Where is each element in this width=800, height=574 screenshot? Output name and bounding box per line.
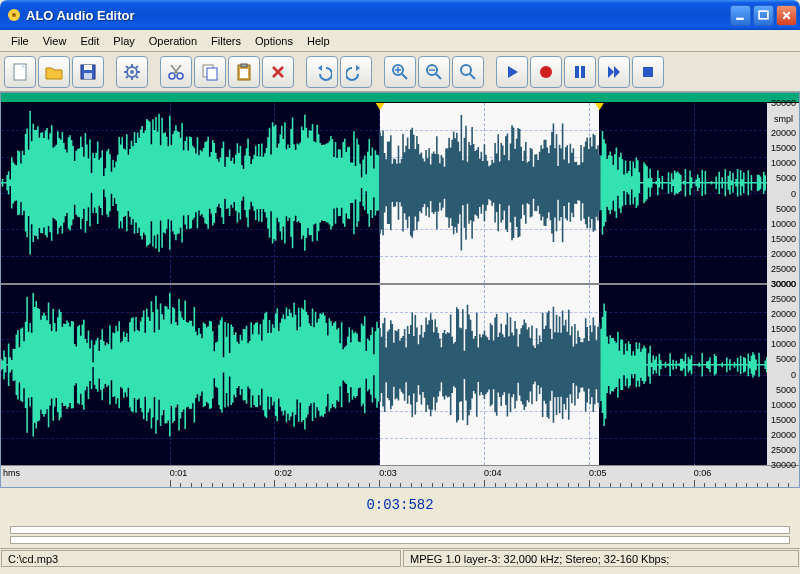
amp-tick: 15000: [771, 324, 796, 334]
zoom-out-button[interactable]: [418, 56, 450, 88]
amplitude-unit-label: smpl: [770, 113, 797, 125]
pause-button[interactable]: [564, 56, 596, 88]
svg-rect-15: [241, 64, 247, 67]
amp-tick: 15000: [771, 143, 796, 153]
zoom-fit-icon: [458, 62, 478, 82]
delete-button[interactable]: [262, 56, 294, 88]
save-button[interactable]: [72, 56, 104, 88]
amp-tick: 15000: [771, 234, 796, 244]
svg-rect-16: [240, 69, 248, 78]
zoom-slider[interactable]: [10, 536, 790, 544]
menu-filters[interactable]: Filters: [204, 33, 248, 49]
fwd-button[interactable]: [598, 56, 630, 88]
menu-view[interactable]: View: [36, 33, 74, 49]
amp-tick: 20000: [771, 128, 796, 138]
zoom-in-icon: [390, 62, 410, 82]
menu-help[interactable]: Help: [300, 33, 337, 49]
cut-button[interactable]: [160, 56, 192, 88]
channel-right[interactable]: [1, 285, 799, 465]
menu-edit[interactable]: Edit: [73, 33, 106, 49]
svg-rect-2: [736, 17, 744, 19]
channels: smpl 30000250002000015000100005000050001…: [1, 103, 799, 465]
slider-area: [0, 522, 800, 548]
menu-file[interactable]: File: [4, 33, 36, 49]
channel-left[interactable]: [1, 103, 799, 285]
zoom-in-button[interactable]: [384, 56, 416, 88]
play-button[interactable]: [496, 56, 528, 88]
save-icon: [78, 62, 98, 82]
amp-tick: 20000: [771, 249, 796, 259]
time-tick: 0:05: [589, 468, 607, 478]
amplitude-axis: 3000025000200001500010000500005000100001…: [767, 103, 799, 465]
record-icon: [536, 62, 556, 82]
redo-button[interactable]: [340, 56, 372, 88]
menu-play[interactable]: Play: [106, 33, 141, 49]
svg-rect-7: [84, 73, 92, 79]
menubar: FileViewEditPlayOperationFiltersOptionsH…: [0, 30, 800, 52]
record-button[interactable]: [530, 56, 562, 88]
position-display: 0:03:582: [0, 488, 800, 522]
settings-button[interactable]: [116, 56, 148, 88]
statusbar: C:\cd.mp3 MPEG 1.0 layer-3: 32,000 kHz; …: [0, 548, 800, 568]
stop-button[interactable]: [632, 56, 664, 88]
amp-tick: 30000: [771, 460, 796, 470]
time-ruler[interactable]: hms 0:010:020:030:040:050:06: [1, 465, 799, 487]
menu-options[interactable]: Options: [248, 33, 300, 49]
scroll-slider[interactable]: [10, 526, 790, 534]
window-title: ALO Audio Editor: [26, 8, 728, 23]
open-button[interactable]: [38, 56, 70, 88]
svg-rect-6: [84, 65, 92, 70]
maximize-button[interactable]: [753, 5, 774, 26]
svg-rect-21: [575, 66, 579, 78]
amp-tick: 25000: [771, 294, 796, 304]
amp-tick: 5000: [776, 385, 796, 395]
amp-tick: 10000: [771, 158, 796, 168]
new-icon: [10, 62, 30, 82]
amp-tick: 25000: [771, 264, 796, 274]
stop-icon: [638, 62, 658, 82]
new-button[interactable]: [4, 56, 36, 88]
amp-tick: 20000: [771, 309, 796, 319]
amp-tick: 5000: [776, 204, 796, 214]
svg-point-9: [130, 70, 134, 74]
svg-rect-3: [759, 11, 768, 19]
svg-rect-23: [643, 67, 653, 77]
zoom-out-icon: [424, 62, 444, 82]
svg-rect-13: [207, 68, 217, 80]
selection-handle-right[interactable]: [595, 103, 605, 110]
paste-icon: [234, 62, 254, 82]
overview-strip[interactable]: [1, 93, 799, 103]
delete-icon: [268, 62, 288, 82]
playhead-position: 0:03:582: [366, 497, 433, 513]
toolbar: [0, 52, 800, 92]
time-tick: 0:01: [170, 468, 188, 478]
open-icon: [44, 62, 64, 82]
amp-tick: 10000: [771, 339, 796, 349]
undo-button[interactable]: [306, 56, 338, 88]
zoom-fit-button[interactable]: [452, 56, 484, 88]
svg-point-20: [540, 66, 552, 78]
paste-button[interactable]: [228, 56, 260, 88]
app-icon: [6, 7, 22, 23]
waveform-editor: smpl 30000250002000015000100005000050001…: [0, 92, 800, 488]
settings-icon: [122, 62, 142, 82]
pause-icon: [570, 62, 590, 82]
time-tick: 0:06: [694, 468, 712, 478]
redo-icon: [346, 62, 366, 82]
amp-tick: 5000: [776, 173, 796, 183]
copy-button[interactable]: [194, 56, 226, 88]
amp-tick: 25000: [771, 445, 796, 455]
menu-operation[interactable]: Operation: [142, 33, 204, 49]
amp-tick: 5000: [776, 354, 796, 364]
amp-tick: 30000: [771, 279, 796, 289]
titlebar: ALO Audio Editor: [0, 0, 800, 30]
selection-handle-left[interactable]: [375, 103, 385, 110]
minimize-button[interactable]: [730, 5, 751, 26]
status-file: C:\cd.mp3: [1, 550, 401, 567]
close-button[interactable]: [776, 5, 797, 26]
amp-tick: 10000: [771, 219, 796, 229]
time-tick: 0:04: [484, 468, 502, 478]
svg-rect-22: [581, 66, 585, 78]
svg-point-1: [12, 13, 16, 17]
amp-tick: 10000: [771, 400, 796, 410]
